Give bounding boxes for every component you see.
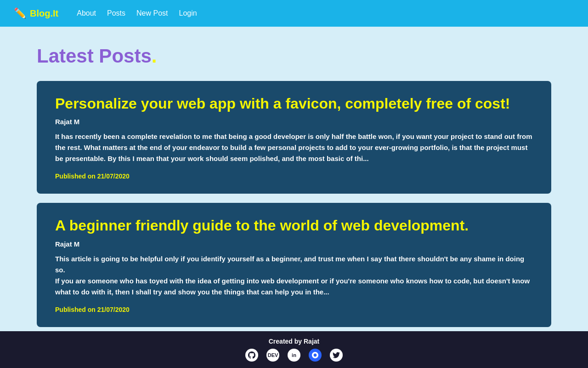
post-excerpt-1: It has recently been a complete revelati…	[55, 131, 533, 164]
page-title: Latest Posts.	[37, 45, 551, 67]
nav-link-login[interactable]: Login	[179, 9, 197, 17]
hashnode-icon[interactable]	[309, 349, 322, 362]
nav-link-about[interactable]: About	[77, 9, 96, 17]
post-card-2[interactable]: A beginner friendly guide to the world o…	[37, 203, 551, 327]
dev-icon[interactable]: DEV	[266, 349, 279, 362]
footer-icons: DEV in	[0, 349, 588, 362]
post-date-2: Published on 21/07/2020	[55, 306, 533, 313]
footer: Created by Rajat DEV in	[0, 331, 588, 368]
post-title-1: Personalize your web app with a favicon,…	[55, 95, 533, 112]
post-author-2: Rajat M	[55, 240, 533, 248]
pencil-icon: ✏️	[14, 7, 26, 19]
nav-links: About Posts New Post Login	[77, 9, 197, 17]
post-date-1: Published on 21/07/2020	[55, 172, 533, 180]
nav-link-new-post[interactable]: New Post	[136, 9, 168, 17]
twitter-icon[interactable]	[330, 349, 343, 362]
linkedin-icon[interactable]: in	[288, 349, 300, 362]
brand-logo[interactable]: ✏️ Blog.It	[14, 7, 58, 19]
post-excerpt-2: This article is going to be helpful only…	[55, 253, 533, 298]
github-icon[interactable]	[245, 349, 258, 362]
post-card-1[interactable]: Personalize your web app with a favicon,…	[37, 81, 551, 194]
footer-created-by: Created by Rajat	[0, 338, 588, 345]
post-author-1: Rajat M	[55, 118, 533, 126]
post-title-2: A beginner friendly guide to the world o…	[55, 217, 533, 234]
navbar: ✏️ Blog.It About Posts New Post Login	[0, 0, 588, 27]
main-content: Latest Posts. Personalize your web app w…	[0, 27, 588, 355]
brand-name: Blog.It	[30, 8, 58, 19]
nav-link-posts[interactable]: Posts	[107, 9, 125, 17]
